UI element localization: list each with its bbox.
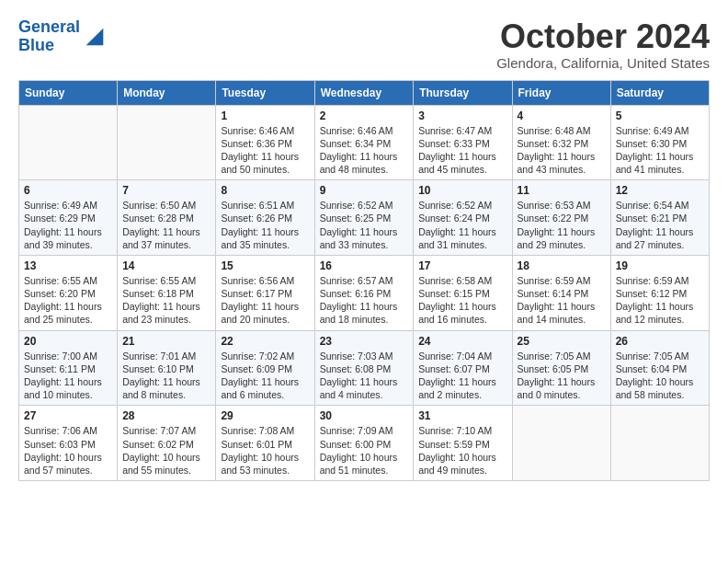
day-detail: Sunrise: 7:02 AMSunset: 6:09 PMDaylight:… bbox=[221, 350, 309, 402]
day-detail: Sunrise: 7:09 AMSunset: 6:00 PMDaylight:… bbox=[320, 424, 409, 477]
calendar-cell: 26Sunrise: 7:05 AMSunset: 6:04 PMDayligh… bbox=[610, 330, 709, 406]
calendar-cell: 17Sunrise: 6:58 AMSunset: 6:15 PMDayligh… bbox=[414, 255, 512, 330]
calendar-week-row: 1Sunrise: 6:46 AMSunset: 6:36 PMDaylight… bbox=[19, 105, 710, 180]
calendar-cell: 5Sunrise: 6:49 AMSunset: 6:30 PMDaylight… bbox=[610, 105, 709, 180]
weekday-header: Sunday bbox=[19, 80, 118, 105]
day-detail: Sunrise: 7:00 AMSunset: 6:11 PMDaylight:… bbox=[24, 350, 112, 402]
day-number: 6 bbox=[24, 184, 112, 197]
day-number: 5 bbox=[616, 109, 704, 122]
day-number: 21 bbox=[122, 335, 210, 348]
calendar-cell: 4Sunrise: 6:48 AMSunset: 6:32 PMDaylight… bbox=[512, 105, 610, 180]
calendar-cell: 3Sunrise: 6:47 AMSunset: 6:33 PMDaylight… bbox=[414, 105, 512, 180]
day-detail: Sunrise: 7:04 AMSunset: 6:07 PMDaylight:… bbox=[418, 350, 506, 402]
day-number: 14 bbox=[122, 259, 210, 272]
calendar-cell: 1Sunrise: 6:46 AMSunset: 6:36 PMDaylight… bbox=[216, 105, 314, 180]
logo-text: General bbox=[18, 18, 80, 37]
calendar-cell: 19Sunrise: 6:59 AMSunset: 6:12 PMDayligh… bbox=[610, 255, 709, 330]
day-detail: Sunrise: 6:54 AMSunset: 6:21 PMDaylight:… bbox=[616, 199, 704, 251]
day-detail: Sunrise: 6:47 AMSunset: 6:33 PMDaylight:… bbox=[418, 124, 506, 177]
calendar-cell: 20Sunrise: 7:00 AMSunset: 6:11 PMDayligh… bbox=[19, 330, 118, 406]
day-detail: Sunrise: 7:06 AMSunset: 6:03 PMDaylight:… bbox=[24, 424, 112, 477]
calendar-cell: 16Sunrise: 6:57 AMSunset: 6:16 PMDayligh… bbox=[314, 255, 414, 330]
day-detail: Sunrise: 6:49 AMSunset: 6:29 PMDaylight:… bbox=[24, 199, 112, 251]
calendar-cell: 25Sunrise: 7:05 AMSunset: 6:05 PMDayligh… bbox=[512, 330, 610, 406]
calendar-cell: 12Sunrise: 6:54 AMSunset: 6:21 PMDayligh… bbox=[610, 180, 709, 256]
day-number: 18 bbox=[518, 259, 606, 272]
calendar-week-row: 6Sunrise: 6:49 AMSunset: 6:29 PMDaylight… bbox=[19, 180, 710, 256]
day-detail: Sunrise: 7:05 AMSunset: 6:05 PMDaylight:… bbox=[518, 350, 606, 402]
day-detail: Sunrise: 6:48 AMSunset: 6:32 PMDaylight:… bbox=[518, 124, 606, 177]
weekday-header: Wednesday bbox=[314, 80, 414, 105]
day-number: 15 bbox=[221, 259, 309, 272]
day-number: 17 bbox=[418, 259, 506, 272]
day-detail: Sunrise: 6:59 AMSunset: 6:14 PMDaylight:… bbox=[518, 274, 606, 327]
calendar-cell: 6Sunrise: 6:49 AMSunset: 6:29 PMDaylight… bbox=[19, 180, 118, 256]
calendar-week-row: 13Sunrise: 6:55 AMSunset: 6:20 PMDayligh… bbox=[19, 255, 710, 330]
day-detail: Sunrise: 6:57 AMSunset: 6:16 PMDaylight:… bbox=[320, 274, 409, 327]
page: General Blue October 2024 Glendora, Cali… bbox=[0, 0, 728, 490]
day-number: 22 bbox=[221, 335, 309, 348]
calendar-cell: 13Sunrise: 6:55 AMSunset: 6:20 PMDayligh… bbox=[19, 255, 118, 330]
weekday-header: Saturday bbox=[610, 80, 709, 105]
calendar-cell: 2Sunrise: 6:46 AMSunset: 6:34 PMDaylight… bbox=[314, 105, 414, 180]
day-number: 19 bbox=[616, 259, 704, 272]
day-detail: Sunrise: 6:56 AMSunset: 6:17 PMDaylight:… bbox=[221, 274, 309, 327]
day-number: 31 bbox=[418, 409, 506, 422]
day-detail: Sunrise: 7:01 AMSunset: 6:10 PMDaylight:… bbox=[122, 350, 210, 402]
day-number: 3 bbox=[418, 109, 506, 122]
day-detail: Sunrise: 6:53 AMSunset: 6:22 PMDaylight:… bbox=[518, 199, 606, 251]
calendar-cell: 15Sunrise: 6:56 AMSunset: 6:17 PMDayligh… bbox=[216, 255, 314, 330]
calendar-cell: 28Sunrise: 7:07 AMSunset: 6:02 PMDayligh… bbox=[118, 406, 216, 481]
calendar-cell: 18Sunrise: 6:59 AMSunset: 6:14 PMDayligh… bbox=[512, 255, 610, 330]
day-detail: Sunrise: 7:10 AMSunset: 5:59 PMDaylight:… bbox=[418, 424, 506, 477]
day-number: 16 bbox=[320, 259, 409, 272]
day-number: 27 bbox=[24, 409, 112, 422]
day-detail: Sunrise: 6:58 AMSunset: 6:15 PMDaylight:… bbox=[418, 274, 506, 327]
month-title: October 2024 bbox=[496, 18, 710, 55]
calendar-cell bbox=[512, 406, 610, 481]
weekday-header: Friday bbox=[512, 80, 610, 105]
calendar-cell bbox=[19, 105, 118, 180]
calendar-cell: 9Sunrise: 6:52 AMSunset: 6:25 PMDaylight… bbox=[314, 180, 414, 256]
calendar-cell: 23Sunrise: 7:03 AMSunset: 6:08 PMDayligh… bbox=[314, 330, 414, 406]
calendar-week-row: 20Sunrise: 7:00 AMSunset: 6:11 PMDayligh… bbox=[19, 330, 710, 406]
day-number: 1 bbox=[221, 109, 309, 122]
day-number: 10 bbox=[418, 184, 506, 197]
svg-marker-0 bbox=[86, 28, 104, 45]
calendar-cell: 29Sunrise: 7:08 AMSunset: 6:01 PMDayligh… bbox=[216, 406, 314, 481]
calendar-cell: 22Sunrise: 7:02 AMSunset: 6:09 PMDayligh… bbox=[216, 330, 314, 406]
day-detail: Sunrise: 6:52 AMSunset: 6:24 PMDaylight:… bbox=[418, 199, 506, 251]
calendar-table: SundayMondayTuesdayWednesdayThursdayFrid… bbox=[18, 80, 710, 481]
day-number: 7 bbox=[122, 184, 210, 197]
header: General Blue October 2024 Glendora, Cali… bbox=[18, 18, 710, 71]
location: Glendora, California, United States bbox=[496, 55, 710, 71]
day-number: 30 bbox=[320, 409, 409, 422]
calendar-header-row: SundayMondayTuesdayWednesdayThursdayFrid… bbox=[19, 80, 710, 105]
day-detail: Sunrise: 6:46 AMSunset: 6:36 PMDaylight:… bbox=[221, 124, 309, 177]
day-number: 11 bbox=[518, 184, 606, 197]
weekday-header: Thursday bbox=[414, 80, 512, 105]
day-number: 9 bbox=[320, 184, 409, 197]
logo-icon bbox=[82, 24, 108, 50]
calendar-cell: 8Sunrise: 6:51 AMSunset: 6:26 PMDaylight… bbox=[216, 180, 314, 256]
calendar-cell: 7Sunrise: 6:50 AMSunset: 6:28 PMDaylight… bbox=[118, 180, 216, 256]
day-detail: Sunrise: 6:59 AMSunset: 6:12 PMDaylight:… bbox=[616, 274, 704, 327]
calendar-week-row: 27Sunrise: 7:06 AMSunset: 6:03 PMDayligh… bbox=[19, 406, 710, 481]
calendar-cell: 30Sunrise: 7:09 AMSunset: 6:00 PMDayligh… bbox=[314, 406, 414, 481]
day-detail: Sunrise: 6:55 AMSunset: 6:18 PMDaylight:… bbox=[122, 274, 210, 327]
day-number: 8 bbox=[221, 184, 309, 197]
day-number: 28 bbox=[122, 409, 210, 422]
logo: General Blue bbox=[18, 18, 108, 55]
weekday-header: Tuesday bbox=[216, 80, 314, 105]
day-number: 12 bbox=[616, 184, 704, 197]
day-detail: Sunrise: 6:49 AMSunset: 6:30 PMDaylight:… bbox=[616, 124, 704, 177]
calendar-cell: 10Sunrise: 6:52 AMSunset: 6:24 PMDayligh… bbox=[414, 180, 512, 256]
day-number: 2 bbox=[320, 109, 409, 122]
calendar-cell: 24Sunrise: 7:04 AMSunset: 6:07 PMDayligh… bbox=[414, 330, 512, 406]
logo-blue-text: Blue bbox=[18, 37, 80, 55]
calendar-cell: 11Sunrise: 6:53 AMSunset: 6:22 PMDayligh… bbox=[512, 180, 610, 256]
title-block: October 2024 Glendora, California, Unite… bbox=[496, 18, 710, 71]
day-detail: Sunrise: 6:51 AMSunset: 6:26 PMDaylight:… bbox=[221, 199, 309, 251]
calendar-cell bbox=[118, 105, 216, 180]
day-number: 20 bbox=[24, 335, 112, 348]
